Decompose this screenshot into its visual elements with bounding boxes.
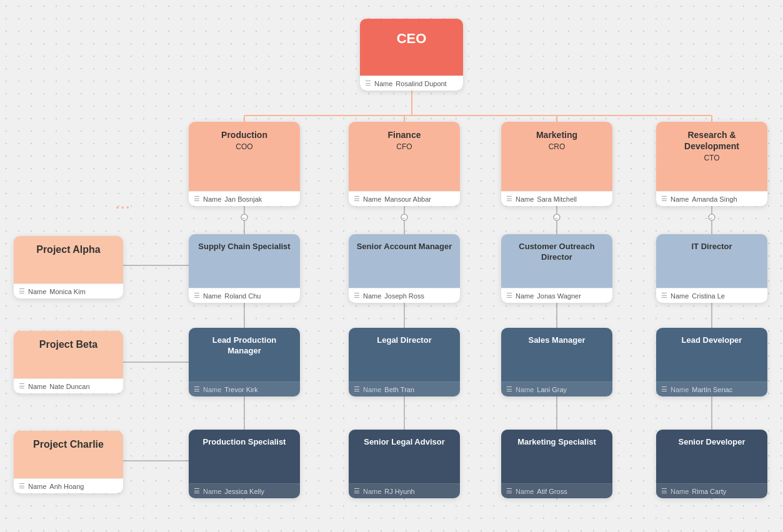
card-project-beta[interactable]: Project Beta ☰ Name Nate Duncan bbox=[14, 331, 123, 393]
project-alpha-title: Project Alpha bbox=[14, 236, 123, 283]
card-lead-developer[interactable]: Lead Developer ☰ Name Martin Senac bbox=[656, 328, 767, 397]
card-lead-production[interactable]: Lead Production Manager ☰ Name Trevor Ki… bbox=[189, 328, 300, 397]
ceo-footer: ☰ Name Rosalind Dupont bbox=[360, 76, 463, 91]
card-supply-chain[interactable]: Supply Chain Specialist ☰ Name Roland Ch… bbox=[189, 234, 300, 303]
card-project-charlie[interactable]: Project Charlie ☰ Name Anh Hoang bbox=[14, 431, 123, 493]
marketing-title: Marketing CRO bbox=[501, 122, 612, 191]
lead-production-footer: ☰ Name Trevor Kirk bbox=[189, 382, 300, 397]
card-legal-director[interactable]: Legal Director ☰ Name Beth Tran bbox=[349, 328, 460, 397]
svg-text:−: − bbox=[402, 215, 406, 221]
it-director-title: IT Director bbox=[656, 234, 767, 288]
ellipsis-button[interactable]: ··· bbox=[116, 200, 131, 216]
marketing-footer: ☰ Name Sara Mitchell bbox=[501, 191, 612, 206]
card-senior-legal[interactable]: Senior Legal Advisor ☰ Name RJ Hyunh bbox=[349, 430, 460, 498]
project-beta-title: Project Beta bbox=[14, 331, 123, 378]
sales-manager-footer: ☰ Name Lani Gray bbox=[501, 382, 612, 397]
lead-production-title: Lead Production Manager bbox=[189, 328, 300, 382]
svg-text:−: − bbox=[242, 215, 246, 221]
card-rd-cto[interactable]: Research &Development CTO ☰ Name Amanda … bbox=[656, 122, 767, 206]
svg-text:−: − bbox=[710, 215, 713, 221]
rd-title: Research &Development CTO bbox=[656, 122, 767, 191]
supply-chain-title: Supply Chain Specialist bbox=[189, 234, 300, 288]
svg-point-31 bbox=[401, 214, 407, 220]
it-director-footer: ☰ Name Cristina Le bbox=[656, 288, 767, 303]
finance-footer: ☰ Name Mansour Abbar bbox=[349, 191, 460, 206]
svg-point-29 bbox=[241, 214, 247, 220]
marketing-specialist-footer: ☰ Name Atif Gross bbox=[501, 483, 612, 498]
svg-point-35 bbox=[709, 214, 715, 220]
card-project-alpha[interactable]: Project Alpha ☰ Name Monica Kim bbox=[14, 236, 123, 298]
senior-legal-footer: ☰ Name RJ Hyunh bbox=[349, 483, 460, 498]
senior-account-footer: ☰ Name Joseph Ross bbox=[349, 288, 460, 303]
card-marketing-specialist[interactable]: Marketing Specialist ☰ Name Atif Gross bbox=[501, 430, 612, 498]
senior-legal-title: Senior Legal Advisor bbox=[349, 430, 460, 483]
card-customer-outreach[interactable]: Customer Outreach Director ☰ Name Jonas … bbox=[501, 234, 612, 303]
production-title: Production COO bbox=[189, 122, 300, 191]
rd-footer: ☰ Name Amanda Singh bbox=[656, 191, 767, 206]
customer-outreach-title: Customer Outreach Director bbox=[501, 234, 612, 288]
card-marketing-cro[interactable]: Marketing CRO ☰ Name Sara Mitchell bbox=[501, 122, 612, 206]
project-charlie-footer: ☰ Name Anh Hoang bbox=[14, 478, 123, 493]
org-chart: − − − − ··· CEO ☰ Name Rosalind Dupont P… bbox=[0, 0, 783, 532]
ceo-name-label: Name bbox=[374, 80, 392, 87]
card-senior-account[interactable]: Senior Account Manager ☰ Name Joseph Ros… bbox=[349, 234, 460, 303]
card-ceo[interactable]: CEO ☰ Name Rosalind Dupont bbox=[360, 19, 463, 91]
senior-account-title: Senior Account Manager bbox=[349, 234, 460, 288]
card-it-director[interactable]: IT Director ☰ Name Cristina Le bbox=[656, 234, 767, 303]
customer-outreach-footer: ☰ Name Jonas Wagner bbox=[501, 288, 612, 303]
sales-manager-title: Sales Manager bbox=[501, 328, 612, 382]
senior-developer-footer: ☰ Name Rima Carty bbox=[656, 483, 767, 498]
card-production-specialist[interactable]: Production Specialist ☰ Name Jessica Kel… bbox=[189, 430, 300, 498]
senior-developer-title: Senior Developer bbox=[656, 430, 767, 483]
card-sales-manager[interactable]: Sales Manager ☰ Name Lani Gray bbox=[501, 328, 612, 397]
production-specialist-title: Production Specialist bbox=[189, 430, 300, 483]
svg-text:−: − bbox=[555, 215, 558, 221]
project-charlie-title: Project Charlie bbox=[14, 431, 123, 478]
card-finance-cfo[interactable]: Finance CFO ☰ Name Mansour Abbar bbox=[349, 122, 460, 206]
legal-director-title: Legal Director bbox=[349, 328, 460, 382]
lead-developer-title: Lead Developer bbox=[656, 328, 767, 382]
project-alpha-footer: ☰ Name Monica Kim bbox=[14, 283, 123, 298]
marketing-specialist-title: Marketing Specialist bbox=[501, 430, 612, 483]
ceo-name-value: Rosalind Dupont bbox=[396, 80, 446, 87]
card-production-coo[interactable]: Production COO ☰ Name Jan Bosnjak bbox=[189, 122, 300, 206]
name-icon: ☰ bbox=[365, 79, 371, 87]
lead-developer-footer: ☰ Name Martin Senac bbox=[656, 382, 767, 397]
production-specialist-footer: ☰ Name Jessica Kelly bbox=[189, 483, 300, 498]
legal-director-footer: ☰ Name Beth Tran bbox=[349, 382, 460, 397]
supply-chain-footer: ☰ Name Roland Chu bbox=[189, 288, 300, 303]
card-senior-developer[interactable]: Senior Developer ☰ Name Rima Carty bbox=[656, 430, 767, 498]
finance-title: Finance CFO bbox=[349, 122, 460, 191]
ceo-title: CEO bbox=[360, 19, 463, 76]
project-beta-footer: ☰ Name Nate Duncan bbox=[14, 378, 123, 393]
svg-point-33 bbox=[554, 214, 560, 220]
production-footer: ☰ Name Jan Bosnjak bbox=[189, 191, 300, 206]
